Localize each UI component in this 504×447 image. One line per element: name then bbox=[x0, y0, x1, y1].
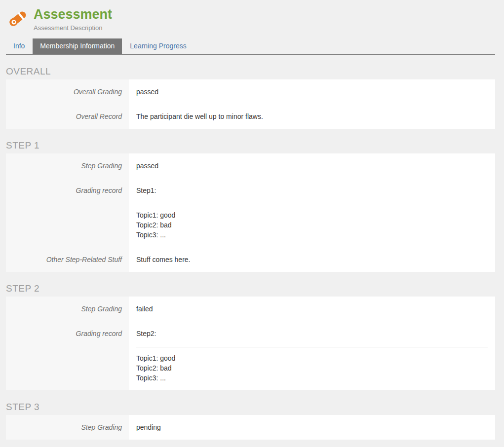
section-heading: STEP 1 bbox=[6, 140, 495, 150]
field-value: Step1:Topic1: goodTopic2: badTopic3: ... bbox=[129, 178, 495, 247]
page-title: Assessment bbox=[34, 6, 112, 23]
record-intro: Step1: bbox=[136, 186, 488, 195]
record-intro: Step2: bbox=[136, 329, 488, 338]
header-titles: Assessment Assessment Description bbox=[34, 6, 112, 32]
record-line: Topic1: good bbox=[136, 210, 488, 220]
field-value: passed bbox=[129, 153, 495, 178]
section-heading: STEP 3 bbox=[6, 402, 495, 412]
field-value: failed bbox=[129, 297, 495, 321]
record-line: Topic1: good bbox=[136, 353, 488, 363]
field-row: Grading recordStep2:Topic1: goodTopic2: … bbox=[6, 321, 495, 390]
tab-learning-progress[interactable]: Learning Progress bbox=[122, 38, 194, 54]
field-row: Step Gradingpassed bbox=[6, 153, 495, 178]
field-label: Grading record bbox=[6, 321, 129, 390]
record-divider bbox=[136, 204, 488, 204]
section-step-3: STEP 3Step Gradingpending bbox=[6, 402, 495, 440]
field-row: Step Gradingfailed bbox=[6, 297, 495, 321]
field-value: passed bbox=[129, 79, 495, 104]
section-panel: Step GradingpassedGrading recordStep1:To… bbox=[6, 153, 495, 272]
field-row: Step Gradingpending bbox=[6, 415, 495, 440]
section-step-2: STEP 2Step GradingfailedGrading recordSt… bbox=[6, 283, 495, 390]
record-line: Topic2: bad bbox=[136, 363, 488, 373]
assessment-page: Assessment Assessment Description Info M… bbox=[0, 0, 504, 447]
tab-membership-information[interactable]: Membership Information bbox=[33, 38, 122, 54]
record-line: Topic2: bad bbox=[136, 220, 488, 230]
field-row: Grading recordStep1:Topic1: goodTopic2: … bbox=[6, 178, 495, 247]
field-label: Grading record bbox=[6, 178, 129, 247]
record-lines: Topic1: goodTopic2: badTopic3: ... bbox=[136, 210, 488, 240]
field-label: Overall Grading bbox=[6, 79, 129, 104]
record-line: Topic3: ... bbox=[136, 373, 488, 383]
tab-bar: Info Membership Information Learning Pro… bbox=[6, 38, 495, 55]
section-step-1: STEP 1Step GradingpassedGrading recordSt… bbox=[6, 140, 495, 272]
field-value: The participant die well up to minor fla… bbox=[129, 104, 495, 129]
record-line: Topic3: ... bbox=[136, 230, 488, 240]
section-panel: Step Gradingpending bbox=[6, 415, 495, 440]
field-value: pending bbox=[129, 415, 495, 440]
scroll-icon bbox=[6, 7, 30, 31]
field-label: Step Grading bbox=[6, 153, 129, 178]
page-header: Assessment Assessment Description bbox=[6, 0, 495, 32]
field-value: Step2:Topic1: goodTopic2: badTopic3: ... bbox=[129, 321, 495, 390]
section-panel: Step GradingfailedGrading recordStep2:To… bbox=[6, 297, 495, 390]
record-lines: Topic1: goodTopic2: badTopic3: ... bbox=[136, 353, 488, 383]
section-heading: STEP 2 bbox=[6, 283, 495, 294]
section-overall: OVERALLOverall GradingpassedOverall Reco… bbox=[6, 66, 495, 129]
sections-container: OVERALLOverall GradingpassedOverall Reco… bbox=[6, 66, 495, 440]
field-label: Other Step-Related Stuff bbox=[6, 247, 129, 272]
page-subtitle: Assessment Description bbox=[34, 24, 112, 32]
section-heading: OVERALL bbox=[6, 66, 495, 76]
tab-info[interactable]: Info bbox=[6, 38, 32, 54]
field-value: Stuff comes here. bbox=[129, 247, 495, 272]
field-label: Overall Record bbox=[6, 104, 129, 129]
section-panel: Overall GradingpassedOverall RecordThe p… bbox=[6, 79, 495, 129]
field-row: Overall Gradingpassed bbox=[6, 79, 495, 104]
field-row: Other Step-Related StuffStuff comes here… bbox=[6, 247, 495, 272]
field-label: Step Grading bbox=[6, 297, 129, 321]
field-row: Overall RecordThe participant die well u… bbox=[6, 104, 495, 129]
record-divider bbox=[136, 347, 488, 347]
field-label: Step Grading bbox=[6, 415, 129, 440]
